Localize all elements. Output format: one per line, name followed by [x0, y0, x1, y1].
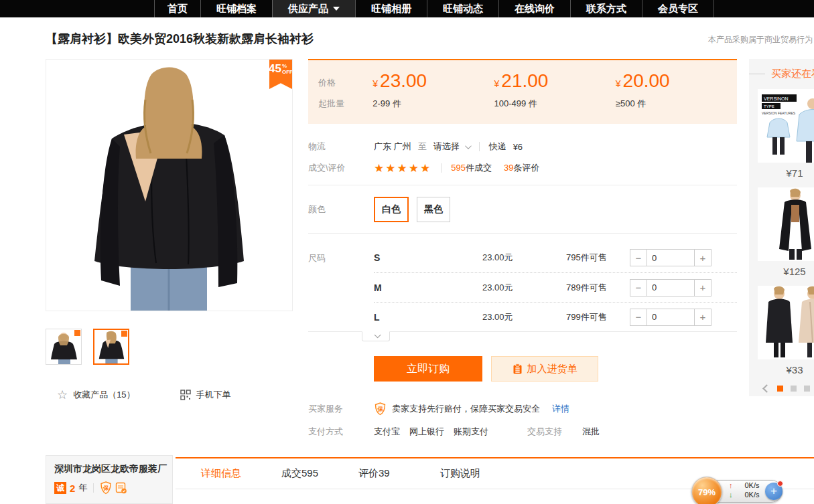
color-option-white[interactable]: 白色	[374, 197, 409, 222]
offer-panel: 价格 ¥23.00 ¥21.00 ¥20.00 起批量 2-99 件 100-4…	[308, 59, 737, 438]
favorite-button[interactable]: ☆ 收藏产品（15）	[57, 389, 135, 401]
logistics-label: 物流	[308, 141, 374, 153]
thumbnail-back[interactable]	[93, 329, 129, 365]
action-buttons: 立即订购 加入进货单	[374, 356, 737, 382]
thumbnail-badge	[121, 331, 127, 337]
page-dot-2[interactable]	[791, 386, 797, 392]
plus-button[interactable]: +	[694, 279, 711, 297]
quantity-input[interactable]	[647, 309, 694, 326]
size-name: L	[374, 312, 482, 323]
sidebar-product-image: VERSINON TYPE VERSION FEATURES	[758, 89, 814, 163]
moq-tier-2: 100-499 件	[494, 98, 616, 110]
quantity-stepper: − +	[630, 249, 711, 266]
sidebar-title: 买家还在看	[771, 68, 814, 80]
sidebar-product-2[interactable]: ¥125	[758, 187, 814, 277]
divider	[479, 142, 480, 151]
quantity-input[interactable]	[647, 279, 694, 297]
nav-item-inquiry[interactable]: 在线询价	[498, 0, 570, 17]
progress-circle-button[interactable]: 79%	[691, 477, 722, 504]
star-outline-icon: ☆	[57, 389, 68, 401]
guarantee-detail-link[interactable]: 详情	[552, 403, 569, 415]
mobile-order-label: 手机下单	[196, 389, 231, 401]
divider	[441, 163, 442, 173]
tab-detail-info[interactable]: 详细信息	[201, 467, 241, 480]
guarantee-shield-icon: 保	[100, 481, 112, 495]
plus-button[interactable]: +	[694, 309, 711, 326]
network-speeds: ↑ 0K/s ↓ 0K/s	[729, 481, 760, 499]
size-stock: 789件可售	[566, 282, 630, 294]
sidebar-product-image	[758, 187, 814, 261]
sidebar-product-3[interactable]: ¥33	[758, 286, 814, 375]
nav-item-updates[interactable]: 旺铺动态	[427, 0, 498, 17]
product-gallery: 45 % OFF	[46, 59, 295, 401]
nav-item-vip[interactable]: 会员专区	[642, 0, 714, 17]
size-stock: 795件可售	[566, 252, 630, 264]
logistics-origin: 广东 广州	[374, 141, 411, 153]
notification-dot	[777, 481, 783, 487]
size-price: 23.00元	[482, 282, 566, 294]
nav-item-contact[interactable]: 联系方式	[570, 0, 642, 17]
price-tier-3: ¥20.00	[616, 70, 737, 92]
minus-button[interactable]: −	[630, 279, 647, 297]
quantity-stepper: − +	[630, 309, 711, 326]
tab-order-notes[interactable]: 订购说明	[440, 467, 480, 480]
buyer-services-row: 买家服务 保 卖家支持先行赔付，保障买家交易安全 详情	[308, 402, 737, 416]
svg-text:保: 保	[103, 485, 109, 491]
download-speed: 0K/s	[737, 491, 760, 499]
size-section: 尺码 S 23.00元 795件可售 − + M 23.00元 789件可售	[308, 243, 737, 331]
logistics-row: 物流 广东 广州 至 请选择 快递 ¥6	[308, 141, 737, 153]
price-tier-2: ¥21.00	[494, 70, 616, 92]
nav-item-products[interactable]: 供应产品	[272, 0, 355, 17]
quantity-input[interactable]	[647, 249, 694, 266]
page-dot-1[interactable]	[777, 386, 783, 392]
section-divider	[308, 185, 737, 185]
prev-arrow-icon[interactable]	[762, 384, 771, 393]
color-option-black[interactable]: 黑色	[417, 197, 450, 222]
qr-code-icon	[180, 390, 191, 400]
expand-sizes-button[interactable]	[362, 331, 390, 341]
size-name: S	[374, 252, 482, 263]
product-main-image[interactable]: 45 % OFF	[46, 59, 293, 311]
chevron-down-icon	[374, 331, 381, 338]
page-title: 【露肩衬衫】欧美外贸2016秋装新款露肩长袖衬衫	[46, 32, 314, 46]
clipboard-icon	[513, 363, 523, 374]
nav-item-album[interactable]: 旺铺相册	[355, 0, 427, 17]
minus-button[interactable]: −	[630, 249, 647, 266]
size-price: 23.00元	[482, 311, 566, 323]
thumbnail-front[interactable]	[46, 329, 82, 365]
discount-off: OFF	[282, 70, 293, 76]
sidebar-product-price: ¥71	[758, 167, 814, 179]
add-to-cart-button[interactable]: 加入进货单	[491, 356, 598, 382]
seller-box: 深圳市龙岗区龙欧帝服装厂 诚 2 年 保	[46, 455, 173, 504]
tab-deals[interactable]: 成交595	[281, 467, 318, 480]
color-label: 颜色	[308, 203, 374, 216]
payment-label: 支付方式	[308, 426, 374, 438]
size-label: 尺码	[308, 243, 374, 331]
price-tier-1: ¥23.00	[372, 70, 494, 92]
top-nav: 首页 旺铺档案 供应产品 旺铺相册 旺铺动态 在线询价 联系方式 会员专区	[0, 0, 814, 17]
nav-item-home[interactable]: 首页	[154, 0, 200, 17]
upload-arrow-icon: ↑	[729, 481, 733, 489]
size-row-m: M 23.00元 789件可售 − +	[374, 272, 737, 302]
reviews-link[interactable]: 39条评价	[504, 162, 539, 174]
minus-button[interactable]: −	[630, 309, 647, 326]
seller-name: 深圳市龙岗区龙欧帝服装厂	[54, 463, 164, 475]
header-row: 【露肩衬衫】欧美外贸2016秋装新款露肩长袖衬衫 本产品采购属于商业贸易行为	[46, 31, 814, 51]
plus-button[interactable]: +	[694, 249, 711, 266]
destination-select[interactable]: 请选择	[433, 141, 470, 153]
trade-support-label: 交易支持	[527, 426, 562, 438]
order-now-button[interactable]: 立即订购	[374, 356, 482, 382]
tab-reviews[interactable]: 评价39	[358, 467, 390, 480]
section-divider	[308, 233, 737, 234]
sidebar-product-1[interactable]: VERSINON TYPE VERSION FEATURES ¥71	[758, 89, 814, 179]
page-dot-3[interactable]	[804, 386, 810, 392]
sidebar-product-image	[758, 286, 814, 359]
nav-item-archive[interactable]: 旺铺档案	[200, 0, 272, 17]
size-section-bottom	[308, 331, 737, 343]
deals-link[interactable]: 595件成交	[451, 162, 492, 174]
mobile-order-button[interactable]: 手机下单	[180, 389, 231, 401]
guarantee-shield-icon: 保	[374, 402, 387, 416]
quantity-stepper: − +	[630, 279, 711, 297]
price-box: 价格 ¥23.00 ¥21.00 ¥20.00 起批量 2-99 件 100-4…	[308, 59, 737, 124]
integrity-badge-icon: 诚	[54, 482, 66, 494]
